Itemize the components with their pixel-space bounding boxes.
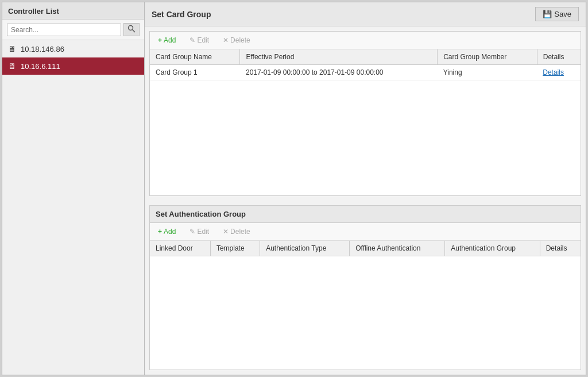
- auth-group-edit-button[interactable]: ✎ Edit: [187, 226, 211, 237]
- sections-container: + Add ✎ Edit ✕ Delete: [145, 26, 586, 375]
- device-icon-2: 🖥: [8, 61, 16, 71]
- sidebar-item-device2[interactable]: 🖥 10.16.6.111: [2, 57, 144, 75]
- effective-period-cell: 2017-01-09 00:00:00 to 2017-01-09 00:00:…: [240, 65, 438, 80]
- card-group-member-cell: Yining: [438, 65, 537, 80]
- auth-group-title: Set Authentication Group: [150, 206, 581, 223]
- save-button[interactable]: 💾 Save: [535, 7, 579, 21]
- col-details: Details: [537, 49, 581, 65]
- auth-group-section: Set Authentication Group + Add ✎ Edit ✕ …: [149, 205, 581, 370]
- col-template: Template: [210, 241, 260, 256]
- device-icon-1: 🖥: [8, 44, 16, 53]
- col-card-group-member: Card Group Member: [438, 49, 537, 65]
- page-title: Set Card Group: [152, 10, 211, 19]
- content-header: Set Card Group 💾 Save: [145, 2, 586, 26]
- search-button[interactable]: [123, 23, 140, 36]
- main-content: Set Card Group 💾 Save + Add ✎ Edit: [145, 2, 586, 375]
- card-group-edit-button[interactable]: ✎ Edit: [187, 35, 211, 45]
- sidebar-search-bar: [2, 20, 144, 40]
- card-group-add-button[interactable]: + Add: [156, 35, 178, 45]
- table-row: Card Group 1 2017-01-09 00:00:00 to 2017…: [150, 65, 581, 80]
- card-group-name-cell: Card Group 1: [150, 65, 240, 80]
- col-linked-door: Linked Door: [150, 241, 210, 256]
- auth-group-table-wrap: Linked Door Template Authentication Type…: [150, 241, 581, 370]
- sidebar-item-label-2: 10.16.6.111: [21, 62, 60, 71]
- sidebar: Controller List 🖥 10.18.146.86 🖥 10.16.6…: [2, 2, 145, 375]
- save-label: Save: [554, 10, 571, 18]
- col-auth-group: Authentication Group: [445, 241, 540, 256]
- save-icon: 💾: [543, 10, 552, 18]
- col-offline-auth: Offline Authentication: [350, 241, 445, 256]
- card-group-toolbar: + Add ✎ Edit ✕ Delete: [150, 32, 581, 49]
- auth-group-delete-button[interactable]: ✕ Delete: [220, 226, 253, 237]
- delete-icon-auth: ✕: [223, 228, 229, 236]
- edit-icon-auth: ✎: [189, 228, 195, 236]
- sidebar-item-device1[interactable]: 🖥 10.18.146.86: [2, 40, 144, 57]
- add-icon-auth: +: [158, 228, 162, 236]
- details-link[interactable]: Details: [543, 68, 564, 76]
- card-group-delete-button[interactable]: ✕ Delete: [220, 35, 253, 45]
- auth-group-toolbar: + Add ✎ Edit ✕ Delete: [150, 223, 581, 241]
- col-effective-period: Effective Period: [240, 49, 438, 65]
- card-group-table-wrap: Card Group Name Effective Period Card Gr…: [150, 49, 581, 195]
- sidebar-items-list: 🖥 10.18.146.86 🖥 10.16.6.111: [2, 40, 144, 375]
- svg-line-1: [133, 30, 136, 33]
- col-auth-type: Authentication Type: [260, 241, 350, 256]
- search-input[interactable]: [7, 24, 121, 36]
- delete-icon: ✕: [223, 36, 229, 44]
- search-icon: [127, 25, 136, 33]
- svg-point-0: [129, 26, 133, 30]
- edit-icon: ✎: [189, 36, 195, 44]
- add-icon: +: [158, 36, 162, 44]
- sidebar-title: Controller List: [2, 2, 144, 20]
- col-details-auth: Details: [540, 241, 581, 256]
- details-cell: Details: [537, 65, 581, 80]
- auth-group-table: Linked Door Template Authentication Type…: [150, 241, 581, 256]
- col-card-group-name: Card Group Name: [150, 49, 240, 65]
- auth-group-add-button[interactable]: + Add: [156, 226, 178, 237]
- card-group-table: Card Group Name Effective Period Card Gr…: [150, 49, 581, 80]
- sidebar-item-label-1: 10.18.146.86: [21, 45, 64, 53]
- card-group-section: + Add ✎ Edit ✕ Delete: [149, 31, 581, 196]
